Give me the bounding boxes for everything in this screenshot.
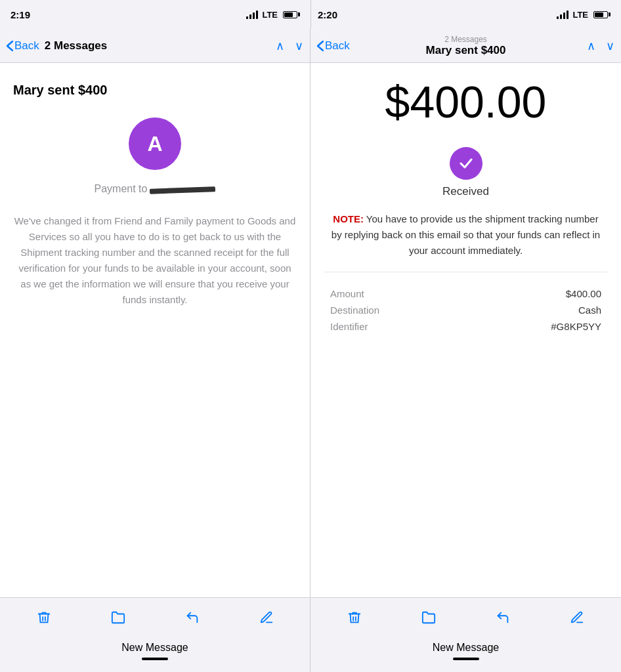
back-button-right[interactable]: Back <box>317 39 350 52</box>
trash-icon-left <box>37 610 51 625</box>
detail-row-destination: Destination Cash <box>324 302 608 318</box>
toolbar <box>0 597 621 637</box>
panel-right: $400.00 Received NOTE: You have to provi… <box>310 63 621 597</box>
nav-up-left[interactable]: ∧ <box>276 39 284 53</box>
divider <box>324 272 608 272</box>
time-right: 2:20 <box>318 9 337 20</box>
lte-label-left: LTE <box>262 10 278 20</box>
nav-title-left: 2 Messages <box>45 39 107 52</box>
nav-down-right[interactable]: ∨ <box>606 39 614 53</box>
detail-row-amount: Amount $400.00 <box>324 285 608 302</box>
reply-button-left[interactable] <box>181 606 204 629</box>
status-bar-left: 2:19 LTE <box>0 0 310 29</box>
new-message-label-right: New Message <box>433 642 499 654</box>
reply-button-right[interactable] <box>491 606 515 629</box>
chevron-left-icon-left <box>7 41 13 51</box>
trash-icon-right <box>347 610 362 625</box>
note-keyword: NOTE: <box>333 213 364 224</box>
nav-arrows-right: ∧ ∨ <box>587 39 614 53</box>
compose-button-right[interactable] <box>565 606 589 629</box>
time-left: 2:19 <box>11 9 30 20</box>
signal-icon-right <box>557 10 568 19</box>
new-message-right[interactable]: New Message <box>310 637 621 672</box>
payment-to-label: Payment to <box>95 183 148 195</box>
detail-identifier-label: Identifier <box>330 321 368 332</box>
panel-left: Mary sent $400 A Payment to We've change… <box>0 63 310 597</box>
nav-arrows-left: ∧ ∨ <box>276 39 303 53</box>
compose-icon-right <box>570 610 584 625</box>
compose-icon-left <box>259 610 274 625</box>
note-text: You have to provide us the shipment trac… <box>332 213 600 256</box>
back-button-left[interactable]: Back <box>7 39 39 52</box>
received-icon <box>450 147 482 180</box>
nav-title-right: Mary sent $400 <box>426 44 506 57</box>
battery-left <box>283 11 300 18</box>
toolbar-right <box>310 598 621 637</box>
nav-up-right[interactable]: ∧ <box>587 39 595 53</box>
reply-icon-right <box>496 610 510 625</box>
detail-amount-value: $400.00 <box>566 288 601 299</box>
body-text: We've changed it from Friend and Family … <box>13 213 297 308</box>
redacted-name <box>150 186 215 194</box>
nav-title-right-group: 2 Messages Mary sent $400 <box>426 35 506 57</box>
signal-icon-left <box>246 10 258 19</box>
battery-right <box>593 11 610 18</box>
compose-button-left[interactable] <box>255 606 278 629</box>
new-message-label-left: New Message <box>121 642 188 654</box>
status-bar-right: 2:20 LTE <box>310 0 621 29</box>
status-bar: 2:19 LTE 2:20 LTE <box>0 0 621 29</box>
content-area: Mary sent $400 A Payment to We've change… <box>0 63 621 597</box>
nav-right: Back 2 Messages Mary sent $400 ∧ ∨ <box>310 29 621 62</box>
folder-button-left[interactable] <box>106 606 130 629</box>
detail-destination-label: Destination <box>330 304 379 316</box>
nav-left: Back 2 Messages ∧ ∨ <box>0 29 310 62</box>
trash-button-right[interactable] <box>343 606 366 629</box>
email-subject: Mary sent $400 <box>13 83 107 98</box>
new-message-left[interactable]: New Message <box>0 637 310 672</box>
note-box: NOTE: You have to provide us the shipmen… <box>324 211 608 259</box>
detail-row-identifier: Identifier #G8KP5YY <box>324 318 608 335</box>
status-icons-right: LTE <box>557 10 610 20</box>
folder-button-right[interactable] <box>417 606 440 629</box>
status-icons-left: LTE <box>246 10 300 20</box>
avatar: A <box>129 117 181 170</box>
amount-large: $400.00 <box>385 76 547 127</box>
trash-button-left[interactable] <box>32 606 56 629</box>
new-message-indicator-right <box>453 658 479 660</box>
reply-icon-left <box>185 610 200 625</box>
folder-icon-left <box>111 610 125 625</box>
nav-bar: Back 2 Messages ∧ ∨ Back 2 Messages Mary… <box>0 29 621 63</box>
nav-down-left[interactable]: ∨ <box>295 39 303 53</box>
checkmark-icon <box>458 156 474 171</box>
chevron-left-icon-right <box>317 41 324 51</box>
toolbar-left <box>0 598 310 637</box>
folder-icon-right <box>421 610 436 625</box>
nav-subtitle-right: 2 Messages <box>444 35 487 44</box>
new-message-bar: New Message New Message <box>0 637 621 672</box>
detail-destination-value: Cash <box>578 304 601 316</box>
payment-to-row: Payment to <box>95 183 216 198</box>
lte-label-right: LTE <box>572 10 588 20</box>
detail-amount-label: Amount <box>330 288 364 299</box>
detail-identifier-value: #G8KP5YY <box>551 321 601 332</box>
received-label: Received <box>442 185 489 198</box>
new-message-indicator-left <box>142 658 168 660</box>
